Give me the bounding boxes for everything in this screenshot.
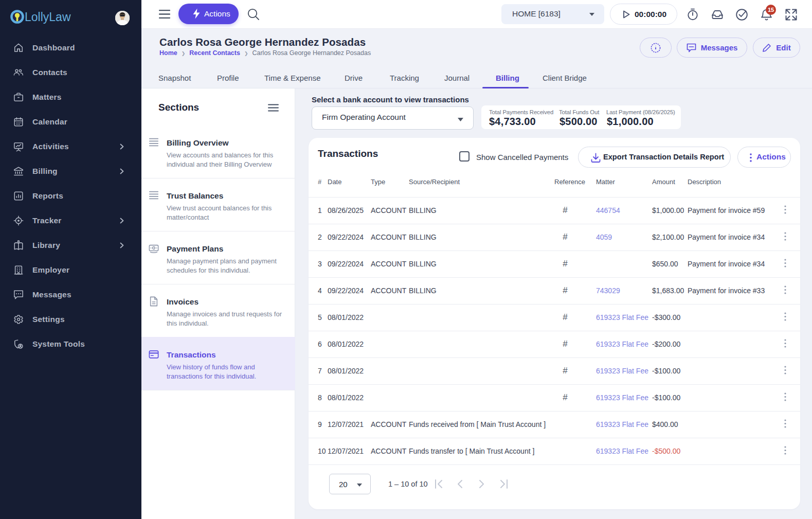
svg-text:LollyLaw: LollyLaw [25,10,71,24]
